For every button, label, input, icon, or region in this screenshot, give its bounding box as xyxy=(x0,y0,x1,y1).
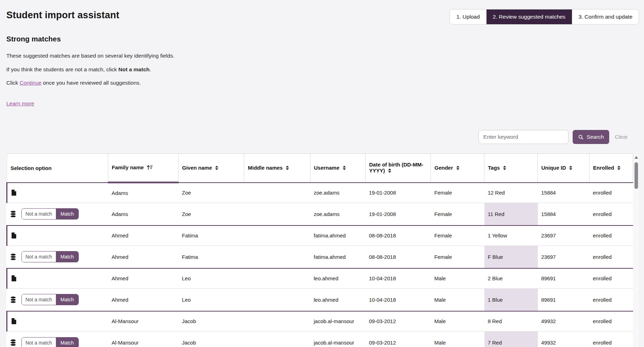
column-header-username[interactable]: Username xyxy=(310,154,366,183)
scroll-up-arrow-icon[interactable] xyxy=(635,156,638,159)
scrollbar-thumb[interactable] xyxy=(635,162,638,189)
cell-gender: Female xyxy=(431,183,484,203)
column-header-family-name[interactable]: Family name xyxy=(108,154,179,183)
cell-family-name: Ahmed xyxy=(108,225,179,246)
cell-date-of-birth: 10-04-2018 xyxy=(366,268,431,289)
clear-button[interactable]: Clear xyxy=(615,134,628,140)
wizard-step-3[interactable]: 3. Confirm and update xyxy=(572,9,639,24)
intro-line-3: Click Continue once you have reviewed al… xyxy=(6,80,644,86)
column-header-tags[interactable]: Tags xyxy=(484,154,538,183)
file-icon xyxy=(11,232,17,239)
not-a-match-button[interactable]: Not a match xyxy=(22,294,56,305)
table-header-row: Selection optionFamily nameGiven nameMid… xyxy=(7,154,633,183)
column-header-gender[interactable]: Gender xyxy=(431,154,484,183)
table-row-upload: AhmedLeoleo.ahmed10-04-2018Male2 Blue896… xyxy=(7,268,633,289)
table-row-existing: Not a matchMatchAdamsZoezoe.adams19-01-2… xyxy=(7,203,633,225)
database-icon xyxy=(10,211,17,217)
cell-given-name: Zoe xyxy=(179,183,244,203)
learn-more-link[interactable]: Learn more xyxy=(6,100,34,107)
cell-date-of-birth: 10-04-2018 xyxy=(366,289,431,311)
wizard-steps: 1. Upload2. Review suggested matches3. C… xyxy=(450,9,639,25)
cell-family-name: Ahmed xyxy=(108,246,179,268)
selection-cell xyxy=(7,311,108,332)
cell-enrolled: enrolled xyxy=(590,289,633,311)
database-icon xyxy=(10,296,17,303)
cell-username: fatima.ahmed xyxy=(310,225,366,246)
cell-gender: Male xyxy=(431,289,484,311)
sort-updown-icon xyxy=(342,165,346,171)
sort-ascending-icon xyxy=(147,165,153,171)
sort-updown-icon xyxy=(617,165,621,171)
cell-unique-id: 89691 xyxy=(538,268,590,289)
not-a-match-button[interactable]: Not a match xyxy=(22,338,56,347)
selection-cell xyxy=(7,225,108,246)
selection-cell: Not a matchMatch xyxy=(7,203,108,225)
cell-unique-id: 23697 xyxy=(538,246,590,268)
cell-given-name: Zoe xyxy=(179,203,244,225)
match-button[interactable]: Match xyxy=(56,209,78,219)
cell-username: zoe.adams xyxy=(310,203,366,225)
column-header-dob[interactable]: Date of birth (DD-MM-YYYY) xyxy=(366,154,431,183)
match-toggle: Not a matchMatch xyxy=(21,208,79,220)
cell-tags: F Blue xyxy=(484,246,538,268)
cell-family-name: Al-Mansour xyxy=(108,311,179,332)
column-header-unique-id[interactable]: Unique ID xyxy=(538,154,590,183)
column-header-given-name[interactable]: Given name xyxy=(179,154,244,183)
selection-cell: Not a matchMatch xyxy=(7,332,108,347)
cell-given-name: Jacob xyxy=(179,332,244,347)
table-row-existing: Not a matchMatchAhmedFatimafatima.ahmed0… xyxy=(7,246,633,268)
sort-updown-icon xyxy=(456,165,460,171)
cell-gender: Female xyxy=(431,225,484,246)
search-button[interactable]: Search xyxy=(573,130,609,144)
cell-username: jacob.al-mansour xyxy=(310,311,366,332)
cell-middle-names xyxy=(244,183,310,203)
matches-table: Selection optionFamily nameGiven nameMid… xyxy=(6,153,633,347)
cell-gender: Female xyxy=(431,203,484,225)
continue-link[interactable]: Continue xyxy=(20,80,41,86)
not-a-match-button[interactable]: Not a match xyxy=(22,251,56,262)
table-row-upload: AhmedFatimafatima.ahmed08-08-2018Female1… xyxy=(7,225,633,246)
cell-enrolled: enrolled xyxy=(590,203,633,225)
cell-username: leo.ahmed xyxy=(310,268,366,289)
cell-family-name: Adams xyxy=(108,183,179,203)
match-button[interactable]: Match xyxy=(56,294,78,305)
cell-family-name: Adams xyxy=(108,203,179,225)
cell-tags: 1 Yellow xyxy=(484,225,538,246)
match-button[interactable]: Match xyxy=(56,251,78,262)
wizard-step-1[interactable]: 1. Upload xyxy=(450,9,486,24)
sort-updown-icon xyxy=(503,165,507,171)
intro-line-1: These suggested matches are based on sev… xyxy=(6,53,644,59)
file-icon xyxy=(11,275,17,282)
search-input[interactable] xyxy=(478,130,568,144)
not-a-match-emphasis: Not a match xyxy=(118,66,150,72)
not-a-match-button[interactable]: Not a match xyxy=(22,209,56,219)
cell-date-of-birth: 09-03-2012 xyxy=(366,311,431,332)
search-icon xyxy=(578,135,584,140)
cell-unique-id: 23697 xyxy=(538,225,590,246)
column-header-enrolled[interactable]: Enrolled xyxy=(590,154,633,183)
cell-tags: 7 Red xyxy=(484,332,538,347)
wizard-step-2[interactable]: 2. Review suggested matches xyxy=(486,9,572,24)
table-row-upload: Al-MansourJacobjacob.al-mansour09-03-201… xyxy=(7,311,633,332)
cell-gender: Male xyxy=(431,332,484,347)
cell-tags: 2 Blue xyxy=(484,268,538,289)
cell-unique-id: 15884 xyxy=(538,203,590,225)
selection-cell: Not a matchMatch xyxy=(7,289,108,311)
table-row-existing: Not a matchMatchAhmedLeoleo.ahmed10-04-2… xyxy=(7,289,633,311)
cell-given-name: Jacob xyxy=(179,311,244,332)
cell-tags: 11 Red xyxy=(484,203,538,225)
column-header-middle-names[interactable]: Middle names xyxy=(244,154,310,183)
cell-enrolled: enrolled xyxy=(590,332,633,347)
cell-tags: 12 Red xyxy=(484,183,538,203)
table-scrollbar[interactable] xyxy=(634,154,639,347)
section-heading: Strong matches xyxy=(6,35,644,43)
intro-line-2: If you think the students are not a matc… xyxy=(6,66,644,73)
cell-enrolled: enrolled xyxy=(590,311,633,332)
match-button[interactable]: Match xyxy=(56,338,78,347)
cell-username: jacob.al-mansour xyxy=(310,332,366,347)
cell-enrolled: enrolled xyxy=(590,183,633,203)
cell-middle-names xyxy=(244,268,310,289)
cell-tags: 1 Blue xyxy=(484,289,538,311)
sort-updown-icon xyxy=(285,165,289,171)
cell-enrolled: enrolled xyxy=(590,246,633,268)
